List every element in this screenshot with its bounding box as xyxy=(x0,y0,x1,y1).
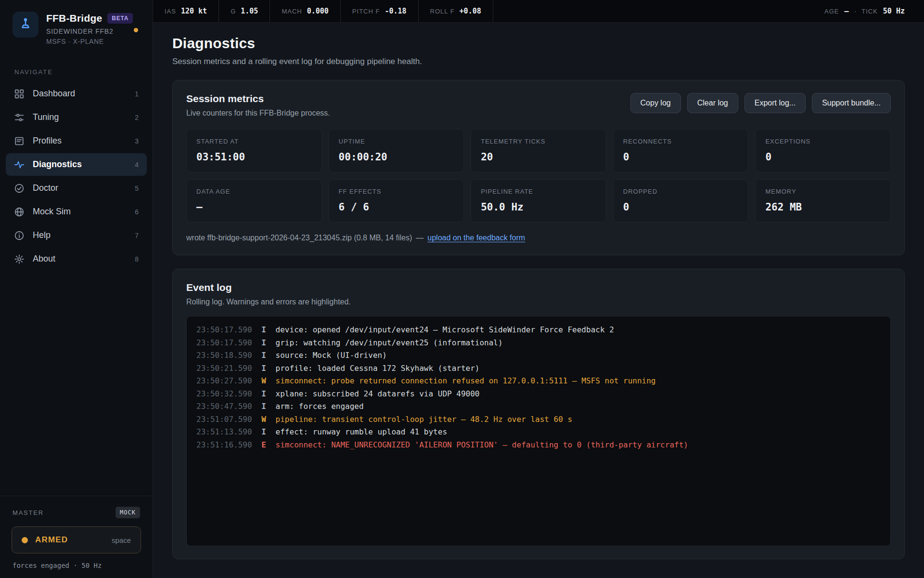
event-log-subtitle: Rolling log. Warnings and errors are hig… xyxy=(186,298,891,306)
log-time: 23:50:18.590 xyxy=(196,349,252,362)
log-message: profile: loaded Cessna 172 Skyhawk (star… xyxy=(276,362,480,375)
log-time: 23:50:21.590 xyxy=(196,362,252,375)
master-label: MASTER xyxy=(13,509,44,516)
shortcut-hint: 4 xyxy=(135,161,139,169)
readout-roll-f: ROLL F +0.08 xyxy=(419,0,493,22)
support-bundle-button[interactable]: Support bundle... xyxy=(812,93,891,113)
sidebar-footer: MASTER MOCK ARMED space forces engaged ·… xyxy=(0,496,153,578)
log-message: xplane: subscribed 24 datarefs via UDP 4… xyxy=(276,388,480,401)
event-log-card: Event log Rolling log. Warnings and erro… xyxy=(172,269,905,559)
readout-mach: MACH 0.000 xyxy=(270,0,340,22)
metric-started-at: STARTED AT 03:51:00 xyxy=(186,129,322,172)
log-level: I xyxy=(260,349,268,362)
log-row: 23:50:47.590 I arm: forces engaged xyxy=(196,400,881,413)
sidebar-item-label: Dashboard xyxy=(33,89,127,99)
check-circle-icon xyxy=(14,183,25,194)
session-card-title: Session metrics xyxy=(186,93,330,105)
beta-badge: BETA xyxy=(107,13,133,24)
shortcut-hint: 8 xyxy=(135,255,139,263)
log-level: E xyxy=(260,439,268,452)
sidebar-item-dashboard[interactable]: Dashboard 1 xyxy=(6,82,147,105)
page-content: Diagnostics Session metrics and a rollin… xyxy=(153,23,924,578)
log-time: 23:50:17.590 xyxy=(196,337,252,350)
log-message: effect: runway rumble upload 41 bytes xyxy=(276,426,447,439)
readout-label: IAS xyxy=(165,8,176,15)
export-log-button[interactable]: Export log... xyxy=(744,93,806,113)
shortcut-hint: 1 xyxy=(135,90,139,98)
readout-value: 0.000 xyxy=(307,7,329,15)
sidebar-item-label: Profiles xyxy=(33,136,127,146)
metric-label: MEMORY xyxy=(765,188,881,195)
metric-value: 20 xyxy=(481,151,596,163)
readout-value: 120 kt xyxy=(181,7,207,15)
metric-ff-effects: FF EFFECTS 6 / 6 xyxy=(329,179,464,223)
log-message: arm: forces engaged xyxy=(276,400,364,413)
metric-value: 0 xyxy=(623,151,739,163)
log-row: 23:51:16.590 E simconnect: NAME_UNRECOGN… xyxy=(196,439,881,452)
log-time: 23:51:07.590 xyxy=(196,413,252,426)
log-message: grip: watching /dev/input/event25 (infor… xyxy=(276,337,503,350)
armed-status-dot xyxy=(22,537,28,543)
sidebar-nav: Dashboard 1 Tuning 2 Profiles 3 Diagnost… xyxy=(0,82,153,270)
shortcut-hint: 2 xyxy=(135,114,139,121)
metric-label: RECONNECTS xyxy=(623,138,739,145)
metric-label: STARTED AT xyxy=(196,138,312,145)
log-row: 23:50:21.590 I profile: loaded Cessna 17… xyxy=(196,362,881,375)
sidebar-item-profiles[interactable]: Profiles 3 xyxy=(6,130,147,152)
joystick-icon xyxy=(18,16,33,33)
metric-value: 6 / 6 xyxy=(339,201,454,213)
feedback-form-link[interactable]: upload on the feedback form xyxy=(427,234,525,242)
sliders-icon xyxy=(14,112,25,123)
shortcut-hint: 5 xyxy=(135,184,139,192)
sidebar-item-help[interactable]: Help 7 xyxy=(6,224,147,247)
event-log-title: Event log xyxy=(186,282,891,293)
log-time: 23:51:16.590 xyxy=(196,439,252,452)
tick-value: 50 Hz xyxy=(883,7,905,15)
telemetry-bar: IAS 120 kt G 1.05 MACH 0.000 PITCH F -0.… xyxy=(153,0,924,23)
globe-icon xyxy=(14,207,25,217)
main-column: IAS 120 kt G 1.05 MACH 0.000 PITCH F -0.… xyxy=(153,0,924,578)
activity-icon xyxy=(14,159,25,170)
armed-label: ARMED xyxy=(35,535,104,545)
app-logo xyxy=(13,12,38,38)
log-time: 23:50:27.590 xyxy=(196,375,252,388)
sidebar-item-tuning[interactable]: Tuning 2 xyxy=(6,106,147,129)
log-actions: Copy log Clear log Export log... Support… xyxy=(630,93,891,113)
engine-status-text: forces engaged · 50 Hz xyxy=(12,562,141,569)
log-row: 23:50:17.590 I device: opened /dev/input… xyxy=(196,324,881,337)
readout-label: MACH xyxy=(282,8,302,15)
readout-ias: IAS 120 kt xyxy=(165,0,219,22)
master-row: MASTER MOCK xyxy=(12,507,141,518)
sidebar-item-label: Diagnostics xyxy=(33,159,127,170)
app-header: FFB-Bridge BETA SIDEWINDER FFB2 MSFS · X… xyxy=(0,0,153,54)
metric-label: EXCEPTIONS xyxy=(765,138,881,145)
sidebar: FFB-Bridge BETA SIDEWINDER FFB2 MSFS · X… xyxy=(0,0,153,578)
grid-icon xyxy=(14,89,25,99)
armed-toggle-button[interactable]: ARMED space xyxy=(12,526,141,553)
readout-pitch-f: PITCH F -0.18 xyxy=(341,0,419,22)
sidebar-item-about[interactable]: About 8 xyxy=(6,248,147,270)
tick-label: TICK xyxy=(861,8,878,15)
log-row: 23:50:32.590 I xplane: subscribed 24 dat… xyxy=(196,388,881,401)
log-level: W xyxy=(260,413,268,426)
readout-label: G xyxy=(231,8,236,15)
event-log-panel[interactable]: 23:50:17.590 I device: opened /dev/input… xyxy=(186,316,891,546)
metric-dropped: DROPPED 0 xyxy=(613,179,749,223)
readout-value: -0.18 xyxy=(385,7,406,15)
sidebar-item-mock-sim[interactable]: Mock Sim 6 xyxy=(6,200,147,223)
metric-value: 0 xyxy=(623,201,739,213)
copy-log-button[interactable]: Copy log xyxy=(630,93,681,113)
readout-label: ROLL F xyxy=(430,8,455,15)
app-name: FFB-Bridge xyxy=(46,13,102,24)
metric-data-age: DATA AGE — xyxy=(186,179,322,223)
sidebar-item-doctor[interactable]: Doctor 5 xyxy=(6,177,147,199)
sidebar-item-label: Doctor xyxy=(33,183,127,193)
metric-grid: STARTED AT 03:51:00 UPTIME 00:00:20 TELE… xyxy=(186,129,891,223)
readout-value: +0.08 xyxy=(460,7,481,15)
page-subtitle: Session metrics and a rolling event log … xyxy=(172,57,905,66)
page-title: Diagnostics xyxy=(172,35,905,52)
device-name: SIDEWINDER FFB2 xyxy=(46,27,133,35)
info-icon xyxy=(14,230,25,241)
clear-log-button[interactable]: Clear log xyxy=(687,93,738,113)
sidebar-item-diagnostics[interactable]: Diagnostics 4 xyxy=(6,153,147,176)
